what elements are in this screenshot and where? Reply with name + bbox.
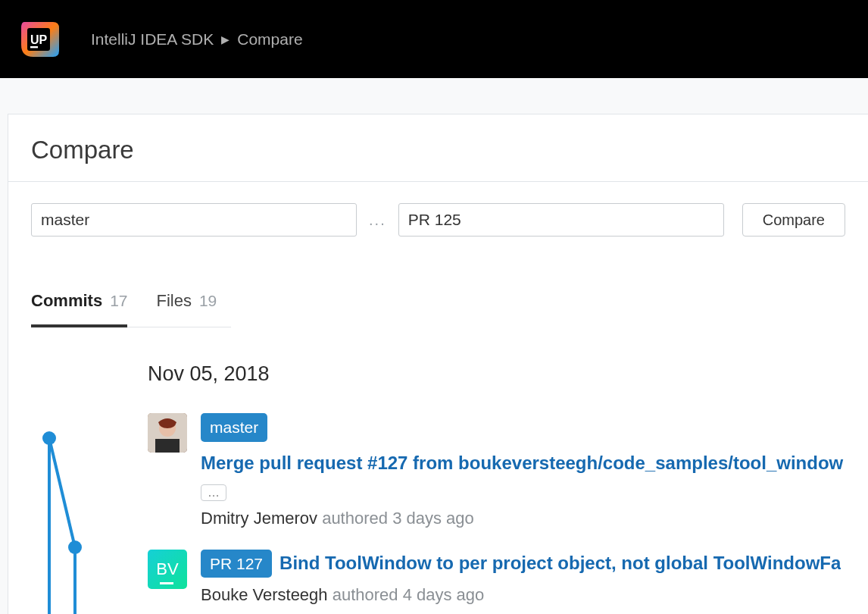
authored-label: authored (333, 585, 398, 604)
avatar[interactable] (148, 413, 187, 453)
svg-point-7 (68, 540, 82, 554)
page-header: Compare (8, 114, 868, 182)
commit-author[interactable]: Dmitry Jemerov (201, 509, 317, 528)
commit-row: BV PR 127 Bind ToolWindow to per project… (148, 550, 868, 606)
commit-meta: Dmitry Jemerov authored 3 days ago (201, 509, 868, 528)
commit-graph-icon (40, 426, 108, 614)
tab-count: 19 (199, 292, 217, 310)
tabs: Commits 17 Files 19 (8, 237, 868, 327)
authored-label: authored (322, 509, 388, 528)
tab-commits[interactable]: Commits 17 (31, 291, 127, 327)
commit-author[interactable]: Bouke Versteegh (201, 585, 328, 604)
svg-line-4 (49, 438, 75, 547)
commit-time: 4 days ago (403, 585, 485, 604)
svg-text:UP: UP (30, 33, 48, 46)
page-title: Compare (31, 136, 845, 164)
tab-count: 17 (110, 292, 127, 310)
commit-area: Nov 05, 2018 mas (8, 327, 868, 605)
commit-body: PR 127 Bind ToolWindow to per project ob… (201, 550, 868, 606)
svg-point-6 (42, 431, 56, 445)
commit-title-link[interactable]: Merge pull request #127 from boukeverste… (201, 450, 843, 477)
tab-label: Commits (31, 291, 102, 311)
up-logo-icon: UP (17, 17, 61, 61)
branch-badge[interactable]: master (201, 413, 267, 442)
tab-label: Files (156, 291, 191, 311)
base-branch-input[interactable] (31, 203, 357, 237)
breadcrumb-current: Compare (237, 30, 302, 49)
commit-row: master Merge pull request #127 from bouk… (148, 413, 868, 528)
head-branch-input[interactable] (398, 203, 724, 237)
commit-time: 3 days ago (392, 509, 474, 528)
branch-badge[interactable]: PR 127 (201, 550, 272, 578)
main-panel: Compare ... Compare Commits 17 Files 19 … (8, 114, 868, 614)
commit-meta: Bouke Versteegh authored 4 days ago (201, 585, 868, 605)
svg-rect-10 (155, 439, 180, 453)
top-bar: UP IntelliJ IDEA SDK ▶ Compare (0, 0, 868, 78)
commit-list: master Merge pull request #127 from bouk… (148, 413, 868, 605)
compare-inputs-row: ... Compare (8, 182, 868, 237)
breadcrumb: IntelliJ IDEA SDK ▶ Compare (91, 30, 303, 49)
expand-message-button[interactable]: … (201, 484, 226, 501)
avatar[interactable]: BV (148, 550, 187, 589)
branch-separator-icon: ... (366, 211, 389, 229)
commit-body: master Merge pull request #127 from bouk… (201, 413, 868, 528)
tab-files[interactable]: Files 19 (156, 291, 217, 327)
breadcrumb-root[interactable]: IntelliJ IDEA SDK (91, 30, 214, 49)
breadcrumb-separator-icon: ▶ (221, 33, 229, 45)
commit-date-group: Nov 05, 2018 (148, 362, 868, 386)
compare-button[interactable]: Compare (742, 203, 845, 237)
svg-rect-2 (30, 46, 38, 48)
commit-title-link[interactable]: Bind ToolWindow to per project object, n… (279, 550, 841, 577)
avatar-initials: BV (156, 559, 178, 579)
